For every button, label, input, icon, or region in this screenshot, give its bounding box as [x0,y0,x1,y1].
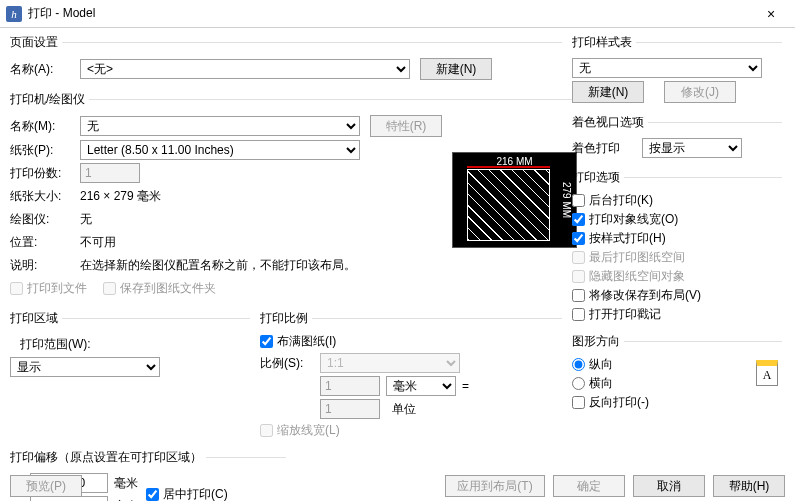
scale-denominator-input[interactable] [320,399,380,419]
style-new-button[interactable]: 新建(N) [572,81,644,103]
print-offset-legend: 打印偏移（原点设置在可打印区域） [10,449,206,466]
scale-denominator-unit: 单位 [392,401,416,418]
close-button[interactable]: × [751,4,791,24]
description-value: 在选择新的绘图仪配置名称之前，不能打印该布局。 [80,257,356,274]
print-options-legend: 打印选项 [572,169,624,186]
paper-size-label: 纸张大小: [10,188,80,205]
scale-lineweights-checkbox[interactable]: 缩放线宽(L) [260,422,562,439]
upside-down-checkbox[interactable]: 反向打印(-) [572,394,750,411]
print-scale-group: 打印比例 布满图纸(I) 比例(S): 1:1 毫米 [260,310,562,445]
printer-name-select[interactable]: 无 [80,116,360,136]
style-table-group: 打印样式表 无 新建(N) 修改(J) [572,34,782,110]
scale-select[interactable]: 1:1 [320,353,460,373]
titlebar: h 打印 - Model × [0,0,795,28]
style-table-select[interactable]: 无 [572,58,762,78]
paper-select[interactable]: Letter (8.50 x 11.00 Inches) [80,140,360,160]
plot-with-styles-checkbox[interactable]: 按样式打印(H) [572,230,782,247]
plot-paperspace-last-checkbox[interactable]: 最后打印图纸空间 [572,249,782,266]
print-area-legend: 打印区域 [10,310,62,327]
printer-properties-button[interactable]: 特性(R) [370,115,442,137]
cancel-button[interactable]: 取消 [633,475,705,497]
background-plot-checkbox[interactable]: 后台打印(K) [572,192,782,209]
printer-group: 打印机/绘图仪 名称(M): 无 特性(R) 纸张(P): Lette [10,91,582,306]
shade-plot-label: 着色打印 [572,140,642,157]
print-to-file-checkbox[interactable]: 打印到文件 [10,280,87,297]
style-table-legend: 打印样式表 [572,34,636,51]
scale-unit-select[interactable]: 毫米 [386,376,456,396]
bottom-button-bar: 预览(P) 应用到布局(T) 确定 取消 帮助(H) [0,471,795,501]
scale-numerator-input[interactable] [320,376,380,396]
location-label: 位置: [10,234,80,251]
description-label: 说明: [10,257,80,274]
shade-viewport-legend: 着色视口选项 [572,114,648,131]
print-options-group: 打印选项 后台打印(K) 打印对象线宽(O) 按样式打印(H) 最后打印图纸空间… [572,169,782,329]
paper-label: 纸张(P): [10,142,80,159]
print-range-select[interactable]: 显示 [10,357,160,377]
location-value: 不可用 [80,234,116,251]
shade-viewport-group: 着色视口选项 着色打印 按显示 [572,114,782,165]
preview-height-label: 279 MM [561,153,572,247]
open-plot-stamp-checkbox[interactable]: 打开打印戳记 [572,306,782,323]
print-range-label: 打印范围(W): [20,336,91,353]
print-area-group: 打印区域 打印范围(W): 显示 [10,310,250,445]
copies-input[interactable] [80,163,140,183]
shade-plot-select[interactable]: 按显示 [642,138,742,158]
page-setup-legend: 页面设置 [10,34,62,51]
page-setup-name-label: 名称(A): [10,61,80,78]
paper-size-value: 216 × 279 毫米 [80,188,161,205]
page-setup-group: 页面设置 名称(A): <无> 新建(N) [10,34,562,87]
scale-equals: = [462,379,469,393]
fit-to-paper-checkbox[interactable]: 布满图纸(I) [260,333,562,350]
help-button[interactable]: 帮助(H) [713,475,785,497]
window-title: 打印 - Model [28,5,95,22]
orientation-legend: 图形方向 [572,333,624,350]
apply-to-layout-button[interactable]: 应用到布局(T) [445,475,545,497]
copies-label: 打印份数: [10,165,80,182]
page-setup-name-select[interactable]: <无> [80,59,410,79]
portrait-radio[interactable]: 纵向 [572,356,750,373]
app-icon: h [6,6,22,22]
print-scale-legend: 打印比例 [260,310,312,327]
preview-button[interactable]: 预览(P) [10,475,82,497]
page-setup-new-button[interactable]: 新建(N) [420,58,492,80]
scale-label: 比例(S): [260,355,320,372]
plot-lineweights-checkbox[interactable]: 打印对象线宽(O) [572,211,782,228]
landscape-radio[interactable]: 横向 [572,375,750,392]
printer-name-label: 名称(M): [10,118,80,135]
plotter-label: 绘图仪: [10,211,80,228]
style-edit-button[interactable]: 修改(J) [664,81,736,103]
ok-button[interactable]: 确定 [553,475,625,497]
paper-preview: 216 MM 279 MM [452,152,577,248]
orientation-group: 图形方向 纵向 横向 反向打印(-) A [572,333,782,417]
orientation-icon: A [756,360,778,386]
printer-legend: 打印机/绘图仪 [10,91,89,108]
plotter-value: 无 [80,211,92,228]
hide-paperspace-objects-checkbox[interactable]: 隐藏图纸空间对象 [572,268,782,285]
save-to-paper-folder-checkbox[interactable]: 保存到图纸文件夹 [103,280,216,297]
save-changes-to-layout-checkbox[interactable]: 将修改保存到布局(V) [572,287,782,304]
